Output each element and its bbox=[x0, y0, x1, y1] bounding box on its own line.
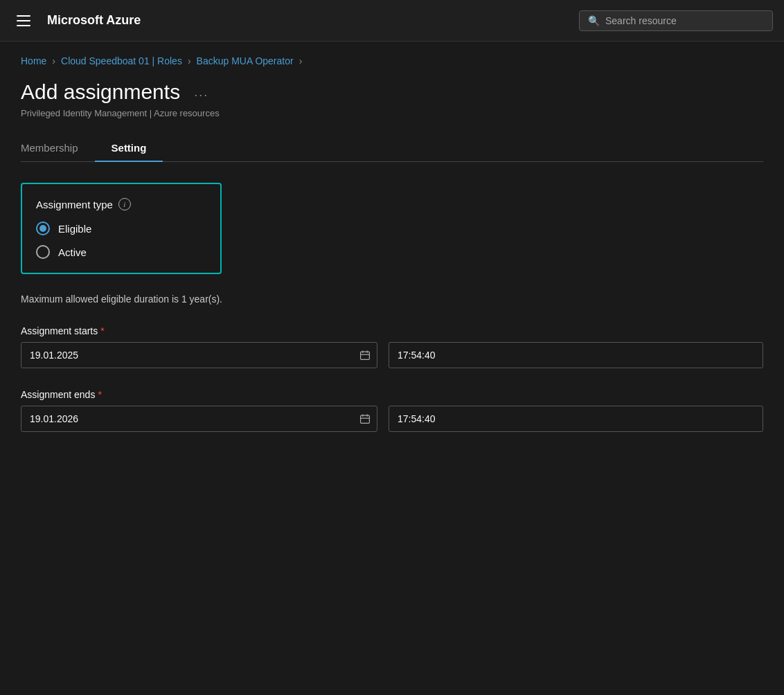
svg-rect-4 bbox=[361, 415, 370, 423]
assignment-type-label: Assignment type i bbox=[36, 198, 206, 210]
brand-title: Microsoft Azure bbox=[47, 13, 579, 28]
radio-active-circle[interactable] bbox=[36, 245, 50, 259]
tab-setting[interactable]: Setting bbox=[95, 135, 163, 162]
assignment-ends-time-input[interactable] bbox=[389, 406, 763, 432]
svg-rect-0 bbox=[361, 352, 370, 359]
tab-membership[interactable]: Membership bbox=[21, 135, 95, 162]
assignment-starts-label: Assignment starts * bbox=[21, 325, 763, 336]
assignment-starts-fields bbox=[21, 342, 763, 368]
radio-active[interactable]: Active bbox=[36, 245, 206, 259]
assignment-ends-date-input[interactable] bbox=[21, 406, 377, 432]
radio-eligible-label: Eligible bbox=[58, 223, 91, 235]
radio-active-label: Active bbox=[58, 246, 87, 258]
search-icon: 🔍 bbox=[588, 15, 600, 26]
assignment-starts-date-wrapper bbox=[21, 342, 377, 368]
breadcrumb-separator-1: › bbox=[52, 55, 55, 66]
top-navigation: Microsoft Azure 🔍 Search resource bbox=[0, 0, 784, 42]
breadcrumb-home[interactable]: Home bbox=[21, 55, 46, 66]
assignment-starts-required: * bbox=[100, 325, 104, 336]
breadcrumb: Home › Cloud Speedboat 01 | Roles › Back… bbox=[21, 55, 763, 66]
search-input-placeholder: Search resource bbox=[605, 15, 677, 26]
assignment-ends-section: Assignment ends * bbox=[21, 389, 763, 432]
tabs-container: Membership Setting bbox=[21, 135, 763, 162]
radio-eligible-circle[interactable] bbox=[36, 222, 50, 235]
assignment-starts-time-input[interactable] bbox=[389, 342, 763, 368]
hamburger-menu[interactable] bbox=[11, 10, 36, 32]
assignment-ends-date-wrapper bbox=[21, 406, 377, 432]
assignment-starts-calendar-button[interactable] bbox=[359, 350, 371, 361]
page-subtitle: Privileged Identity Management | Azure r… bbox=[21, 108, 763, 118]
calendar-icon bbox=[359, 413, 371, 424]
assignment-starts-section: Assignment starts * bbox=[21, 325, 763, 368]
assignment-ends-fields bbox=[21, 406, 763, 432]
breadcrumb-separator-3: › bbox=[299, 55, 303, 66]
radio-eligible[interactable]: Eligible bbox=[36, 222, 206, 235]
assignment-ends-calendar-button[interactable] bbox=[359, 413, 371, 424]
search-bar[interactable]: 🔍 Search resource bbox=[579, 10, 773, 31]
calendar-icon bbox=[359, 350, 371, 361]
assignment-type-info-icon[interactable]: i bbox=[118, 198, 131, 210]
page-header: Add assignments ... Privileged Identity … bbox=[21, 80, 763, 118]
page-title: Add assignments bbox=[21, 80, 180, 104]
assignment-ends-label: Assignment ends * bbox=[21, 389, 763, 400]
breadcrumb-separator-2: › bbox=[188, 55, 191, 66]
assignment-starts-date-input[interactable] bbox=[21, 342, 377, 368]
main-content: Home › Cloud Speedboat 01 | Roles › Back… bbox=[0, 42, 784, 467]
breadcrumb-operator[interactable]: Backup MUA Operator bbox=[197, 55, 294, 66]
assignment-ends-required: * bbox=[98, 389, 101, 400]
breadcrumb-roles[interactable]: Cloud Speedboat 01 | Roles bbox=[61, 55, 182, 66]
eligible-duration-info: Maximum allowed eligible duration is 1 y… bbox=[21, 294, 763, 305]
assignment-type-box: Assignment type i Eligible Active bbox=[21, 183, 222, 274]
more-options-button[interactable]: ... bbox=[188, 82, 214, 102]
